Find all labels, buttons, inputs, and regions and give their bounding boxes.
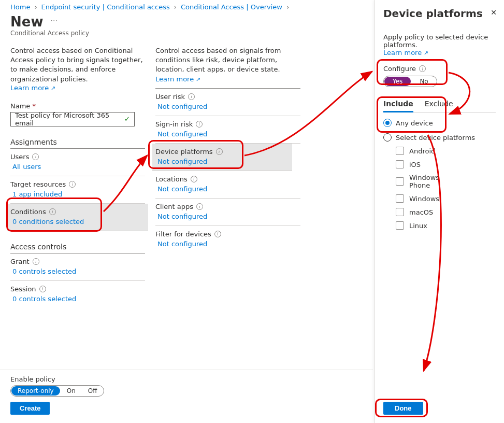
configure-toggle[interactable]: Yes No (383, 76, 437, 87)
bottom-bar: Enable policy Report-only On Off Create (0, 370, 373, 423)
configure-no[interactable]: No (411, 76, 436, 87)
device-platforms-panel: Device platforms ✕ Apply policy to selec… (375, 0, 504, 423)
radio-any-device[interactable]: Any device (383, 119, 496, 127)
info-icon[interactable]: i (39, 286, 46, 292)
radio-icon (383, 119, 392, 127)
breadcrumb-overview[interactable]: Conditional Access | Overview (181, 3, 282, 11)
configure-yes[interactable]: Yes (384, 77, 411, 86)
target-value[interactable]: 1 app included (12, 190, 145, 198)
info-icon[interactable]: i (216, 148, 223, 155)
column-middle: Control access based on signals from con… (155, 46, 300, 308)
grant-label: Grant (10, 258, 30, 265)
toggle-report-only[interactable]: Report-only (11, 386, 60, 396)
info-icon[interactable]: i (33, 258, 39, 265)
client-apps-label: Client apps (155, 203, 193, 210)
toggle-on[interactable]: On (61, 386, 82, 396)
learn-more-link[interactable]: Learn more (155, 75, 200, 83)
info-icon[interactable]: i (69, 181, 76, 188)
enable-policy-label: Enable policy (10, 375, 363, 383)
filter-devices-row[interactable]: Filter for devicesi Not configured (155, 226, 300, 253)
user-risk-label: User risk (155, 93, 185, 101)
checkbox-windows-phone[interactable]: Windows Phone (396, 174, 496, 189)
breadcrumb-home[interactable]: Home (10, 3, 30, 11)
learn-more-link[interactable]: Learn more (383, 49, 428, 57)
conditions-value[interactable]: 0 conditions selected (12, 218, 145, 225)
conditions-label: Conditions (10, 208, 46, 216)
signin-risk-label: Sign-in risk (155, 120, 193, 128)
toggle-off[interactable]: Off (82, 386, 104, 396)
page-title: New (10, 14, 43, 30)
filter-value[interactable]: Not configured (157, 240, 300, 248)
checkbox-macos[interactable]: macOS (396, 208, 496, 216)
user-risk-row[interactable]: User riski Not configured (155, 89, 300, 116)
session-value[interactable]: 0 controls selected (12, 295, 145, 303)
info-icon[interactable]: i (32, 153, 39, 160)
info-icon[interactable]: i (196, 121, 203, 128)
grant-row[interactable]: Granti 0 controls selected (10, 253, 145, 281)
chevron-right-icon: › (34, 3, 37, 11)
checkbox-linux[interactable]: Linux (396, 221, 496, 230)
users-label: Users (10, 153, 29, 161)
panel-title: Device platforms (383, 7, 496, 20)
conditions-row[interactable]: Conditionsi 0 conditions selected (7, 204, 148, 231)
checkbox-android[interactable]: Android (396, 147, 496, 155)
col1-description: Control access based on Conditional Acce… (10, 46, 145, 84)
radio-select-platforms[interactable]: Select device platforms (383, 133, 496, 142)
checkbox-icon (396, 208, 404, 216)
client-apps-row[interactable]: Client appsi Not configured (155, 199, 300, 226)
done-button[interactable]: Done (383, 402, 423, 415)
learn-more-link[interactable]: Learn more (10, 84, 55, 92)
check-icon: ✓ (124, 115, 130, 123)
name-input-value: Test policy for Microsoft 365 email (15, 111, 124, 127)
col2-description: Control access based on signals from con… (155, 47, 281, 73)
checkbox-windows[interactable]: Windows (396, 194, 496, 203)
create-button[interactable]: Create (10, 402, 50, 415)
checkbox-icon (396, 221, 404, 230)
signin-risk-row[interactable]: Sign-in riski Not configured (155, 116, 300, 144)
name-label: Name * (10, 102, 145, 110)
target-resources-row[interactable]: Target resourcesi 1 app included (10, 176, 145, 204)
panel-description: Apply policy to selected device platform… (383, 33, 496, 49)
info-icon[interactable]: i (49, 208, 56, 215)
device-platforms-row[interactable]: Device platformsi Not configured (152, 144, 292, 171)
grant-value[interactable]: 0 controls selected (12, 267, 145, 275)
locations-row[interactable]: Locationsi Not configured (155, 171, 300, 199)
locations-label: Locations (155, 175, 188, 183)
checkbox-ios[interactable]: iOS (396, 160, 496, 168)
info-icon[interactable]: i (188, 93, 195, 100)
name-input[interactable]: Test policy for Microsoft 365 email ✓ (10, 112, 135, 126)
filter-label: Filter for devices (155, 230, 211, 238)
tab-include[interactable]: Include (383, 100, 413, 112)
radio-select-label: Select device platforms (396, 134, 475, 142)
tab-exclude[interactable]: Exclude (425, 100, 453, 112)
locations-value[interactable]: Not configured (157, 185, 300, 193)
users-row[interactable]: Usersi All users (10, 149, 145, 176)
configure-label: Configure (383, 65, 416, 73)
session-label: Session (10, 285, 36, 293)
session-row[interactable]: Sessioni 0 controls selected (10, 281, 145, 308)
user-risk-value[interactable]: Not configured (157, 103, 300, 110)
include-exclude-tabs: Include Exclude (383, 100, 496, 112)
users-value[interactable]: All users (12, 163, 145, 171)
info-icon[interactable]: i (419, 65, 426, 72)
checkbox-icon (396, 160, 404, 168)
column-left: Control access based on Conditional Acce… (10, 46, 145, 308)
close-icon[interactable]: ✕ (491, 8, 497, 17)
more-icon[interactable]: ··· (51, 17, 57, 25)
assignments-header: Assignments (10, 138, 145, 149)
info-icon[interactable]: i (191, 176, 197, 182)
target-label: Target resources (10, 180, 66, 188)
client-apps-value[interactable]: Not configured (157, 213, 300, 220)
checkbox-icon (396, 147, 404, 155)
info-icon[interactable]: i (196, 203, 203, 210)
enable-policy-toggle[interactable]: Report-only On Off (10, 385, 104, 397)
info-icon[interactable]: i (214, 231, 221, 237)
access-controls-header: Access controls (10, 243, 145, 253)
device-platforms-value[interactable]: Not configured (157, 158, 289, 165)
chevron-right-icon: › (174, 3, 177, 11)
radio-any-label: Any device (396, 119, 433, 127)
checkbox-icon (396, 177, 404, 186)
checkbox-icon (396, 194, 404, 203)
breadcrumb-endpoint[interactable]: Endpoint security | Conditional access (41, 3, 170, 11)
signin-risk-value[interactable]: Not configured (157, 130, 300, 138)
